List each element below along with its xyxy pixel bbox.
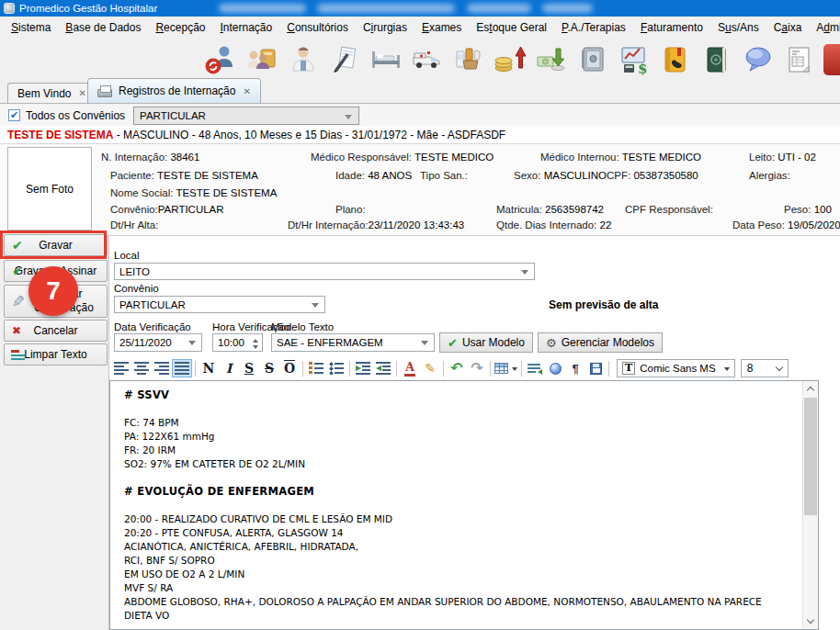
save-text-button[interactable]: [585, 359, 606, 377]
menu-item[interactable]: Caixa: [766, 18, 810, 37]
app-icon: [4, 3, 15, 14]
info-medico-internou: Médico Internou: TESTE MEDICO: [540, 152, 701, 163]
strikethrough-icon: S: [265, 362, 274, 375]
insert-table-button[interactable]: [494, 359, 518, 377]
redo-button[interactable]: ↷: [467, 359, 487, 377]
tab-bem-vindo[interactable]: Bem Vindo ✕: [7, 83, 96, 103]
align-left-button[interactable]: [111, 359, 131, 377]
tab-registros-internacao[interactable]: Registros de Internação ✕: [87, 78, 261, 103]
sync-patient-icon[interactable]: [203, 42, 238, 77]
menu-item[interactable]: Sistema: [4, 18, 58, 37]
menu-item[interactable]: Consultórios: [279, 18, 356, 37]
italic-button[interactable]: I: [219, 359, 239, 377]
info-n-internacao: N. Internação: 38461: [101, 152, 199, 163]
editor-line: SO2: 97% EM CATETER DE O2 2L/MIN: [124, 457, 800, 471]
editor-line: PA: 122X61 mmHg: [124, 430, 800, 444]
editor-line: 20:00 - REALIZADO CURATIVO DE CML E LESÃ…: [124, 512, 800, 526]
cancelar-button[interactable]: ✖ Cancelar: [4, 320, 108, 342]
menu-item[interactable]: Recepção: [148, 18, 212, 37]
align-center-button[interactable]: [131, 359, 152, 377]
revenue-up-icon[interactable]: [493, 42, 528, 77]
highlight-button[interactable]: ✎: [420, 359, 440, 377]
indent-decrease-button[interactable]: [373, 359, 393, 377]
check-icon: ✔: [12, 239, 23, 252]
hora-verificacao-spinner[interactable]: 10:00: [212, 333, 263, 352]
invoice-icon[interactable]: [782, 42, 817, 77]
menu-item[interactable]: Administração: [809, 18, 840, 37]
editor-scrollbar[interactable]: [802, 381, 818, 629]
highlighter-icon: ✎: [425, 362, 436, 375]
info-peso: Peso: 100: [784, 204, 832, 215]
menu-item[interactable]: Estoque Geral: [469, 18, 554, 37]
menu-item[interactable]: Exames: [414, 18, 469, 37]
align-right-icon: [154, 362, 169, 375]
prescription-icon[interactable]: [327, 42, 362, 77]
align-right-button[interactable]: [152, 359, 172, 377]
scrollbar-thumb[interactable]: [804, 398, 817, 515]
justify-button[interactable]: [172, 359, 192, 377]
text-editor[interactable]: # SSVV FC: 74 BPMPA: 122X61 mmHgFR: 20 I…: [109, 380, 819, 630]
close-icon[interactable]: ✕: [243, 86, 250, 96]
font-size-select[interactable]: 8: [741, 359, 789, 377]
editor-content[interactable]: # SSVV FC: 74 BPMPA: 122X61 mmHgFR: 20 I…: [124, 388, 800, 629]
financial-panel-icon[interactable]: $: [617, 42, 652, 77]
doctor-icon[interactable]: [286, 42, 321, 77]
modelo-texto-select[interactable]: SAE - ENFERMAGEM: [271, 333, 435, 352]
close-icon[interactable]: ✕: [78, 88, 85, 98]
gerenciar-modelos-button[interactable]: ⚙ Gerenciar Modelos: [538, 332, 663, 353]
app-window: Promedico Gestão Hospitalar SistemaBase …: [0, 0, 840, 630]
menu-item[interactable]: P.A./Terapias: [554, 18, 633, 37]
numbered-list-button[interactable]: [306, 359, 326, 377]
hospital-bed-icon[interactable]: [369, 42, 403, 77]
font-color-button[interactable]: A: [400, 359, 420, 377]
insert-text-icon: [528, 363, 542, 375]
safe-icon[interactable]: [575, 42, 610, 77]
align-center-icon: [134, 362, 149, 375]
convenio-filter-select[interactable]: PARTICULAR: [133, 107, 359, 125]
spinner-arrows[interactable]: [253, 336, 258, 352]
font-family-select[interactable]: T Comic Sans MS: [617, 359, 735, 377]
convenio-select[interactable]: PARTICULAR: [114, 296, 325, 313]
italic-icon: I: [226, 362, 233, 375]
menu-item[interactable]: Faturamento: [633, 18, 710, 37]
paragraph-marks-button[interactable]: ¶: [565, 359, 585, 377]
insert-text-button[interactable]: [525, 359, 545, 377]
editor-line: MVF S/ RA: [124, 581, 800, 595]
menu-item[interactable]: Sus/Ans: [710, 18, 766, 37]
bold-button[interactable]: N: [199, 359, 219, 377]
patient-records-icon[interactable]: [244, 42, 279, 77]
limpar-texto-button[interactable]: Limpar Texto: [4, 343, 108, 366]
indent-decrease-icon: [376, 362, 391, 375]
todos-convenios-checkbox[interactable]: ✔: [8, 109, 20, 121]
underline-button[interactable]: S: [239, 359, 259, 377]
overline-button[interactable]: O: [279, 359, 300, 377]
local-select[interactable]: LEITO: [114, 263, 535, 280]
redacted-text: [467, 4, 531, 13]
font-color-icon: A: [405, 361, 414, 377]
clipped-icon[interactable]: [823, 44, 840, 75]
gravar-button[interactable]: ✔ Gravar: [4, 234, 108, 256]
menu-item[interactable]: Cirurgias: [356, 18, 414, 37]
insert-time-button[interactable]: [545, 359, 565, 377]
menu-item[interactable]: Internação: [212, 18, 279, 37]
usar-modelo-button[interactable]: ✔ Usar Modelo: [439, 332, 533, 353]
strikethrough-button[interactable]: S: [259, 359, 279, 377]
svg-text:$: $: [638, 61, 647, 76]
data-verificacao-select[interactable]: 25/11/2020: [114, 333, 202, 352]
editor-line: [124, 402, 800, 416]
chat-icon[interactable]: [741, 42, 776, 77]
info-sexo: Sexo: MASCULINO: [514, 170, 607, 181]
scroll-up-icon[interactable]: [807, 387, 814, 394]
scroll-down-icon[interactable]: [807, 616, 814, 624]
pharmacy-stock-icon[interactable]: [451, 42, 486, 77]
cancelar-label: Cancelar: [33, 324, 77, 337]
menu-item[interactable]: Base de Dados: [58, 18, 148, 37]
bullet-list-button[interactable]: [326, 359, 346, 377]
ambulance-icon[interactable]: [410, 42, 445, 77]
phone-directory-icon[interactable]: [658, 42, 693, 77]
expense-down-icon[interactable]: [534, 42, 569, 77]
indent-increase-button[interactable]: [353, 359, 373, 377]
usar-modelo-label: Usar Modelo: [462, 336, 525, 349]
ledger-book-icon[interactable]: [699, 42, 734, 77]
undo-button[interactable]: ↶: [447, 359, 467, 377]
